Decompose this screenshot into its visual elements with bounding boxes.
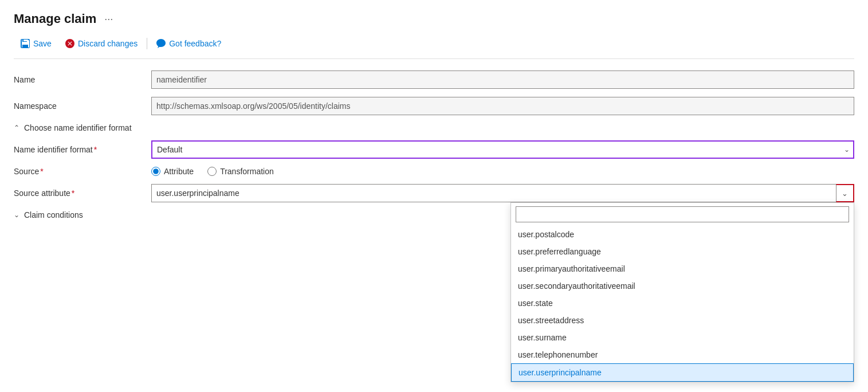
chevron-up-icon: ⌃ <box>14 124 19 132</box>
dropdown-item-surname[interactable]: user.surname <box>511 329 854 346</box>
page-title: Manage claim <box>14 11 96 26</box>
name-id-format-select[interactable]: Default <box>151 140 854 159</box>
manage-claim-page: Manage claim ··· Save Discard changes <box>0 0 868 392</box>
dropdown-item-telephonenumber[interactable]: user.telephonenumber <box>511 346 854 363</box>
save-label: Save <box>33 39 52 48</box>
toolbar: Save Discard changes Got feedback? <box>14 36 854 59</box>
dropdown-items-list: user.postalcode user.preferredlanguage u… <box>511 226 854 382</box>
dropdown-item-preferredlanguage[interactable]: user.preferredlanguage <box>511 243 854 260</box>
source-radio-group: Attribute Transformation <box>151 167 274 176</box>
transformation-radio-label[interactable]: Transformation <box>207 167 274 176</box>
transformation-radio-text: Transformation <box>220 167 274 176</box>
source-attr-required: * <box>72 189 74 198</box>
claim-conditions-label: Claim conditions <box>24 210 83 219</box>
dropdown-item-userprincipalname[interactable]: user.userprincipalname <box>511 363 854 382</box>
attribute-radio-text: Attribute <box>164 167 194 176</box>
feedback-button[interactable]: Got feedback? <box>150 36 228 52</box>
chevron-down-icon-conditions: ⌄ <box>14 211 19 219</box>
dropdown-item-postalcode[interactable]: user.postalcode <box>511 226 854 243</box>
namespace-input[interactable] <box>151 97 854 115</box>
source-row: Source* Attribute Transformation <box>14 167 854 176</box>
name-id-format-row: Name identifier format* Default ⌄ <box>14 140 854 159</box>
discard-icon <box>65 39 74 48</box>
choose-format-title: Choose name identifier format <box>24 123 132 132</box>
name-input[interactable] <box>151 70 854 89</box>
page-title-area: Manage claim ··· <box>14 11 854 26</box>
chevron-down-icon: ⌄ <box>842 189 848 198</box>
dropdown-item-streetaddress[interactable]: user.streetaddress <box>511 312 854 329</box>
source-label: Source* <box>14 167 151 176</box>
choose-format-section: ⌃ Choose name identifier format <box>14 123 854 132</box>
dropdown-item-secondaryauthoritativeemail[interactable]: user.secondaryauthoritativeemail <box>511 277 854 295</box>
name-row: Name <box>14 70 854 89</box>
dropdown-item-primaryauthoritativeemail[interactable]: user.primaryauthoritativeemail <box>511 260 854 277</box>
dropdown-search-input[interactable] <box>516 206 849 222</box>
required-marker: * <box>94 145 97 154</box>
source-attribute-input[interactable] <box>151 184 854 202</box>
toolbar-separator <box>147 38 147 49</box>
source-attribute-dropdown-button[interactable]: ⌄ <box>836 184 854 202</box>
name-id-format-label: Name identifier format* <box>14 145 151 154</box>
name-label: Name <box>14 75 151 84</box>
attribute-radio-label[interactable]: Attribute <box>151 167 194 176</box>
name-id-format-dropdown-wrapper: Default ⌄ <box>151 140 854 159</box>
save-icon <box>21 39 30 48</box>
source-attribute-dropdown-list: user.postalcode user.preferredlanguage u… <box>510 202 854 382</box>
source-attribute-label: Source attribute* <box>14 189 151 198</box>
ellipsis-button[interactable]: ··· <box>101 12 116 26</box>
namespace-row: Namespace <box>14 97 854 115</box>
discard-button[interactable]: Discard changes <box>58 36 144 52</box>
source-required: * <box>40 167 43 176</box>
feedback-icon <box>156 39 166 48</box>
discard-label: Discard changes <box>78 39 138 48</box>
attribute-radio[interactable] <box>151 167 160 176</box>
dropdown-item-state[interactable]: user.state <box>511 295 854 312</box>
feedback-label: Got feedback? <box>169 39 221 48</box>
save-button[interactable]: Save <box>14 36 58 52</box>
transformation-radio[interactable] <box>207 167 217 176</box>
namespace-label: Namespace <box>14 101 151 111</box>
source-attribute-row: Source attribute* ⌄ user.postalcode user… <box>14 184 854 202</box>
source-attribute-wrapper: ⌄ user.postalcode user.preferredlanguage… <box>151 184 854 202</box>
